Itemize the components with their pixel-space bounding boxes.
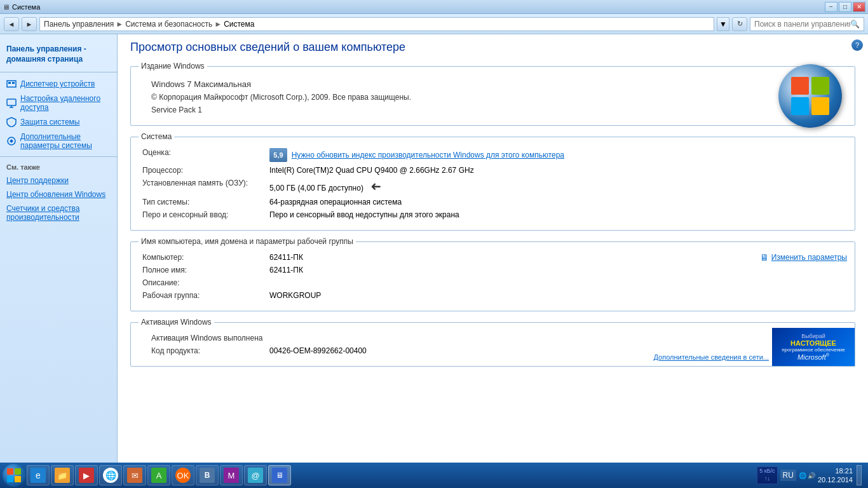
taskbar-media[interactable]: ▶ [75,465,98,485]
breadcrumb-security[interactable]: Система и безопасность [125,20,212,29]
sidebar-label-support: Центр поддержки [6,176,69,185]
sidebar-label-advanced: Дополнительные параметры системы [20,132,111,150]
taskbar-chrome[interactable]: 🌐 [99,465,122,485]
computer-section: Имя компьютера, имя домена и параметры р… [130,237,855,311]
processor-value: Intel(R) Core(TM)2 Quad CPU Q9400 @ 2.66… [266,164,847,177]
windows-edition-value: Windows 7 Максимальная [139,76,847,91]
forward-button[interactable]: ► [22,17,37,31]
pen-value: Перо и сенсорный ввод недоступны для это… [266,208,847,221]
pen-label: Перо и сенсорный ввод: [139,208,266,221]
tray-icons-area: 🌐 🔊 [799,472,815,479]
windows-edition-section: Издание Windows Windows 7 Максимальная ©… [130,62,855,126]
breadcrumb-system[interactable]: Система [224,20,254,29]
help-button[interactable]: ? [851,39,863,51]
sidebar-label-update: Центр обновления Windows [6,190,105,199]
minimize-button[interactable]: − [825,2,837,12]
sidebar-home-link[interactable]: Панель управления - домашняя страница [0,41,117,68]
system-table: Оценка: 5,9 Нужно обновить индекс произв… [139,146,847,221]
change-params-button[interactable]: Изменить параметры [771,253,847,262]
table-row: Описание: [139,276,847,289]
sidebar-label-device-manager: Диспетчер устройств [20,79,95,88]
ok-icon: OK [175,468,191,483]
taskbar-agent[interactable]: @ [244,465,267,485]
maximize-button[interactable]: □ [839,2,851,12]
computer-icon: 🖥 [272,468,287,483]
sidebar-item-device-manager[interactable]: Диспетчер устройств [0,76,117,92]
sidebar-item-update[interactable]: Центр обновления Windows [0,187,117,201]
table-row: Windows 7 Максимальная [139,76,847,91]
address-path[interactable]: Панель управления ► Система и безопаснос… [39,17,714,31]
title-bar: 🖥 Система − □ ✕ [0,0,868,14]
clock-date: 20.12.2014 [818,475,853,484]
taskbar-greenapp[interactable]: A [147,465,170,485]
start-windows-logo [7,468,21,482]
rating-box: 5,9 [269,148,287,162]
taskbar-ie[interactable]: e [27,465,50,485]
sidebar-item-remote-access[interactable]: Настройка удаленного доступа [0,92,117,114]
sidebar-item-support[interactable]: Центр поддержки [0,173,117,187]
sidebar: Панель управления - домашняя страница Ди… [0,34,118,463]
sidebar-links-section: Диспетчер устройств Настройка удаленного… [0,76,117,152]
tray-area: 5 кБ/с ↑↓ RU 🌐 🔊 18:21 20.12.2014 [757,465,865,485]
vk-icon: В [200,468,215,483]
clock-time: 18:21 [818,466,853,475]
taskbar-explorer[interactable]: 📁 [51,465,74,485]
sidebar-also-section: См. также Центр поддержки Центр обновлен… [0,161,117,224]
rating-label: Оценка: [139,146,266,164]
activation-status: Активация Windows выполнена [139,332,847,344]
taskbar-vk[interactable]: В [196,465,219,485]
agent-icon: @ [248,468,263,483]
activation-section: Активация Windows Активация Windows выпо… [130,318,855,367]
breadcrumb-controlpanel[interactable]: Панель управления [44,20,114,29]
table-row: Активация Windows выполнена [139,332,847,344]
sidebar-item-advanced[interactable]: Дополнительные параметры системы [0,130,117,152]
ms-promo-banner: Выбирай НАСТОЯЩЕЕ программное обеспечени… [772,328,855,366]
search-input[interactable] [754,20,850,29]
more-info-link[interactable]: Дополнительные сведения в сети... [654,353,770,361]
sidebar-item-perf[interactable]: Счетчики и средства производительности [0,201,117,224]
sidebar-divider-2 [0,156,117,157]
computer-table: Компьютер: 62411-ПК Полное имя: 62411-ПК… [139,251,847,302]
media-icon: ▶ [79,468,94,483]
system-type-label: Тип системы: [139,196,266,208]
back-button[interactable]: ◄ [4,17,19,31]
start-button[interactable] [3,464,25,487]
system-legend: Система [139,132,174,141]
svg-rect-1 [8,82,11,84]
close-button[interactable]: ✕ [853,2,865,12]
search-icon[interactable]: 🔍 [850,20,860,29]
explorer-icon: 📁 [55,468,70,483]
svg-rect-2 [12,82,15,84]
device-manager-icon [6,79,17,89]
green-app-icon: A [151,468,166,483]
show-desktop-button[interactable] [857,465,862,485]
taskbar-mail[interactable]: ✉ [123,465,146,485]
page-title: Просмотр основных сведений о вашем компь… [130,41,855,54]
description-value [266,276,847,289]
language-button[interactable]: RU [780,470,796,481]
taskbar-computer[interactable]: 🖥 [268,465,291,485]
table-row: © Корпорация Майкрософт (Microsoft Corp.… [139,91,847,104]
table-row: Перо и сенсорный ввод: Перо и сенсорный … [139,208,847,221]
system-clock[interactable]: 18:21 20.12.2014 [818,466,853,485]
address-dropdown[interactable]: ▼ [717,17,729,31]
sidebar-item-protection[interactable]: Защита системы [0,114,117,130]
search-box[interactable]: 🔍 [750,17,864,31]
change-icon: 🖥 [760,252,769,262]
table-row: Оценка: 5,9 Нужно обновить индекс произв… [139,146,847,164]
flag-q4 [811,97,829,115]
change-params-area: 🖥 Изменить параметры [760,252,847,262]
taskbar-purple[interactable]: M [220,465,243,485]
taskbar-ok[interactable]: OK [172,465,194,485]
rating-link[interactable]: Нужно обновить индекс производительности… [292,151,564,159]
arrow-icon: ➜ [370,179,381,194]
net-speed-value: 5 кБ/с [759,468,775,475]
sw-q2 [15,468,21,475]
network-icon: 🌐 [799,472,806,479]
description-label: Описание: [139,276,266,289]
product-code-label: Код продукта: [139,344,266,357]
memory-text: 5,00 ГБ (4,00 ГБ доступно) [269,184,363,193]
title-bar-title: Система [12,3,40,11]
table-row: Компьютер: 62411-ПК [139,251,847,264]
refresh-button[interactable]: ↻ [732,17,747,31]
